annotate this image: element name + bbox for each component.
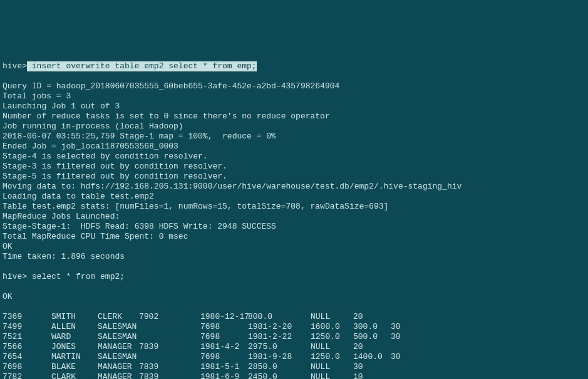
cell-job: MANAGER bbox=[98, 372, 139, 379]
cell-sal: 800.0 bbox=[248, 312, 311, 322]
log-line: Time taken: 1.896 seconds bbox=[3, 252, 585, 262]
hive-prompt: hive> bbox=[3, 272, 27, 282]
cell-hiredate: 1981-5-1 bbox=[200, 362, 248, 372]
cell-sal: 1981-9-28 bbox=[248, 352, 311, 362]
prompt-line-2[interactable]: hive> select * from emp2; bbox=[3, 272, 585, 282]
log-line: Stage-4 is selected by condition resolve… bbox=[3, 152, 585, 162]
table-row: 7521WARDSALESMAN76981981-2-221250.0500.0… bbox=[3, 332, 585, 342]
cell-hiredate: 1981-6-9 bbox=[200, 372, 248, 379]
log-line: OK bbox=[3, 242, 585, 252]
cell-comm: 1600.0 bbox=[311, 322, 353, 332]
cell-x: 30 bbox=[391, 332, 422, 342]
cell-empno: 7521 bbox=[3, 332, 51, 342]
log-line: Loading data to table test.emp2 bbox=[3, 192, 585, 202]
prompt-line-1[interactable]: hive> insert overwrite table emp2 select… bbox=[3, 61, 585, 71]
log-line: Number of reduce tasks is set to 0 since… bbox=[3, 112, 585, 122]
ok-line: OK bbox=[3, 292, 585, 302]
log-line: Total MapReduce CPU Time Spent: 0 msec bbox=[3, 232, 585, 242]
table-row: 7782CLARKMANAGER78391981-6-92450.0NULL10 bbox=[3, 372, 585, 379]
cell-sal: 1981-2-20 bbox=[248, 322, 311, 332]
log-line: 2018-06-07 03:55:25,759 Stage-1 map = 10… bbox=[3, 132, 585, 142]
cell-hiredate: 7698 bbox=[200, 332, 248, 342]
cell-dept: 500.0 bbox=[353, 332, 391, 342]
log-line: Moving data to: hdfs://192.168.205.131:9… bbox=[3, 182, 585, 192]
cell-ename: WARD bbox=[51, 332, 98, 342]
cell-job: CLERK bbox=[98, 312, 139, 322]
cell-sal: 2975.0 bbox=[248, 342, 311, 352]
cell-sal: 2450.0 bbox=[248, 372, 311, 379]
terminal-output: hive> insert overwrite table emp2 select… bbox=[0, 50, 588, 379]
log-line: Query ID = hadoop_20180607035555_60beb65… bbox=[3, 81, 585, 91]
table-row: 7566JONESMANAGER78391981-4-22975.0NULL20 bbox=[3, 342, 585, 352]
cell-empno: 7369 bbox=[3, 312, 51, 322]
cell-mgr: 7839 bbox=[139, 342, 200, 352]
cell-hiredate: 1981-4-2 bbox=[200, 342, 248, 352]
cell-job: MANAGER bbox=[98, 362, 139, 372]
log-line: MapReduce Jobs Launched: bbox=[3, 212, 585, 222]
cell-empno: 7698 bbox=[3, 362, 51, 372]
command-1: insert overwrite table emp2 select * fro… bbox=[27, 61, 257, 71]
table-row: 7698BLAKEMANAGER78391981-5-12850.0NULL30 bbox=[3, 362, 585, 372]
cell-comm: NULL bbox=[311, 342, 353, 352]
log-line: Stage-3 is filtered out by condition res… bbox=[3, 162, 585, 172]
cell-hiredate: 7698 bbox=[200, 352, 248, 362]
cell-mgr: 7839 bbox=[139, 372, 200, 379]
hive-prompt: hive> bbox=[3, 61, 27, 71]
table-row: 7654MARTINSALESMAN76981981-9-281250.0140… bbox=[3, 352, 585, 362]
cell-comm: 1250.0 bbox=[311, 332, 353, 342]
cell-job: SALESMAN bbox=[98, 322, 139, 332]
cell-dept: 20 bbox=[353, 312, 391, 322]
cell-hiredate: 1980-12-17 bbox=[200, 312, 248, 322]
cell-ename: BLAKE bbox=[51, 362, 98, 372]
cell-hiredate: 7698 bbox=[200, 322, 248, 332]
cell-empno: 7566 bbox=[3, 342, 51, 352]
cell-comm: NULL bbox=[311, 372, 353, 379]
cell-dept: 1400.0 bbox=[353, 352, 391, 362]
cell-dept: 30 bbox=[353, 362, 391, 372]
cell-x: 30 bbox=[391, 352, 422, 362]
cell-empno: 7499 bbox=[3, 322, 51, 332]
cell-sal: 1981-2-22 bbox=[248, 332, 311, 342]
cell-ename: MARTIN bbox=[51, 352, 98, 362]
log-line: Launching Job 1 out of 3 bbox=[3, 101, 585, 112]
log-line: Total jobs = 3 bbox=[3, 91, 585, 101]
log-line: Ended Job = job_local1870553568_0003 bbox=[3, 142, 585, 152]
cell-comm: 1250.0 bbox=[311, 352, 353, 362]
command-2: select * from emp2; bbox=[27, 272, 125, 282]
cell-job: MANAGER bbox=[98, 342, 139, 352]
cell-ename: ALLEN bbox=[51, 322, 98, 332]
table-row: 7499ALLENSALESMAN76981981-2-201600.0300.… bbox=[3, 322, 585, 332]
cell-dept: 20 bbox=[353, 342, 391, 352]
cell-mgr: 7839 bbox=[139, 362, 200, 372]
table-row: 7369SMITHCLERK79021980-12-17800.0NULL20 bbox=[3, 312, 585, 322]
cell-ename: CLARK bbox=[51, 372, 98, 379]
log-line: Stage-Stage-1: HDFS Read: 6398 HDFS Writ… bbox=[3, 222, 585, 232]
cell-x: 30 bbox=[391, 322, 422, 332]
cell-sal: 2850.0 bbox=[248, 362, 311, 372]
log-line: Stage-5 is filtered out by condition res… bbox=[3, 172, 585, 182]
cell-empno: 7654 bbox=[3, 352, 51, 362]
cell-ename: JONES bbox=[51, 342, 98, 352]
cell-empno: 7782 bbox=[3, 372, 51, 379]
cell-comm: NULL bbox=[311, 312, 353, 322]
cell-mgr: 7902 bbox=[139, 312, 200, 322]
cell-dept: 10 bbox=[353, 372, 391, 379]
cell-dept: 300.0 bbox=[353, 322, 391, 332]
cell-job: SALESMAN bbox=[98, 332, 139, 342]
log-line: Table test.emp2 stats: [numFiles=1, numR… bbox=[3, 202, 585, 212]
cell-job: SALESMAN bbox=[98, 352, 139, 362]
cell-comm: NULL bbox=[311, 362, 353, 372]
cell-ename: SMITH bbox=[51, 312, 98, 322]
log-line: Job running in-process (local Hadoop) bbox=[3, 122, 585, 132]
